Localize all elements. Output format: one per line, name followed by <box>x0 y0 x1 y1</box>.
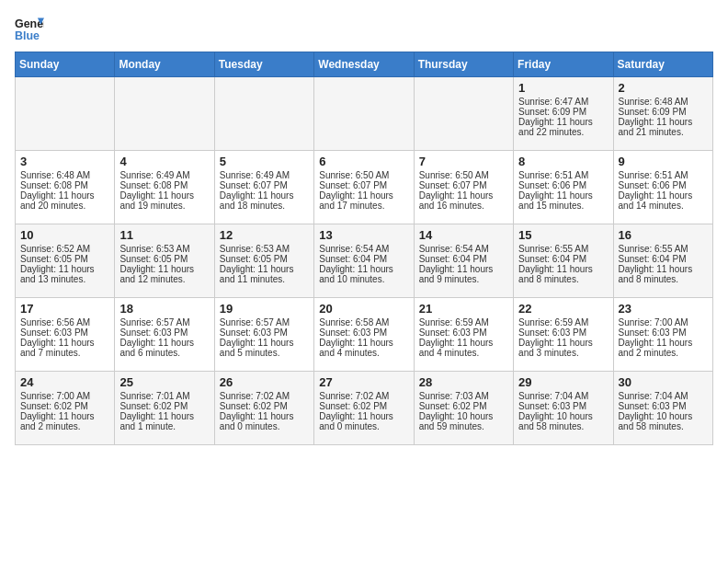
day-info: Sunset: 6:09 PM <box>518 107 608 117</box>
calendar-cell: 22Sunrise: 6:59 AMSunset: 6:03 PMDayligh… <box>514 298 613 372</box>
calendar-cell: 9Sunrise: 6:51 AMSunset: 6:06 PMDaylight… <box>613 151 712 224</box>
day-info: Sunrise: 7:04 AM <box>619 391 708 401</box>
calendar-cell: 30Sunrise: 7:04 AMSunset: 6:03 PMDayligh… <box>613 372 712 445</box>
day-number: 22 <box>518 302 608 316</box>
day-info: Sunset: 6:03 PM <box>619 327 708 338</box>
day-info: Sunrise: 6:47 AM <box>518 97 608 107</box>
day-info: Sunrise: 7:02 AM <box>319 391 408 401</box>
day-number: 3 <box>20 155 109 168</box>
day-info: Sunset: 6:02 PM <box>20 401 109 411</box>
day-info: Sunset: 6:06 PM <box>518 180 608 190</box>
calendar-cell: 10Sunrise: 6:52 AMSunset: 6:05 PMDayligh… <box>16 224 115 298</box>
day-info: Sunset: 6:04 PM <box>518 254 608 264</box>
day-info: Sunrise: 6:51 AM <box>619 170 708 180</box>
calendar-cell <box>314 77 414 151</box>
day-info: Sunrise: 6:48 AM <box>619 97 708 107</box>
day-info: Sunrise: 6:53 AM <box>119 244 209 254</box>
day-info: Sunrise: 6:49 AM <box>119 170 209 180</box>
day-info: Sunrise: 6:50 AM <box>419 170 508 180</box>
day-info: Sunrise: 6:52 AM <box>20 244 109 254</box>
calendar-cell: 7Sunrise: 6:50 AMSunset: 6:07 PMDaylight… <box>414 151 513 224</box>
day-info: Daylight: 11 hours and 2 minutes. <box>619 338 708 358</box>
day-info: Daylight: 11 hours and 11 minutes. <box>220 264 309 284</box>
day-info: Daylight: 11 hours and 3 minutes. <box>518 338 608 358</box>
calendar-cell: 8Sunrise: 6:51 AMSunset: 6:06 PMDaylight… <box>514 151 613 224</box>
calendar-cell: 23Sunrise: 7:00 AMSunset: 6:03 PMDayligh… <box>613 298 712 372</box>
day-info: Daylight: 11 hours and 17 minutes. <box>319 190 408 211</box>
calendar-cell: 25Sunrise: 7:01 AMSunset: 6:02 PMDayligh… <box>115 372 214 445</box>
day-info: Daylight: 11 hours and 0 minutes. <box>220 411 309 431</box>
calendar-cell <box>414 77 513 151</box>
day-info: Sunset: 6:06 PM <box>619 180 708 190</box>
day-info: Daylight: 11 hours and 10 minutes. <box>319 264 408 284</box>
day-info: Sunrise: 6:55 AM <box>518 244 608 254</box>
day-info: Sunrise: 6:48 AM <box>20 170 109 180</box>
day-info: Sunrise: 6:59 AM <box>419 317 508 327</box>
day-number: 9 <box>619 155 708 168</box>
col-header-friday: Friday <box>514 52 613 77</box>
day-number: 11 <box>119 228 209 242</box>
day-number: 16 <box>619 228 708 242</box>
day-info: Sunset: 6:04 PM <box>319 254 408 264</box>
day-info: Daylight: 11 hours and 6 minutes. <box>119 338 209 358</box>
day-info: Sunrise: 6:54 AM <box>419 244 508 254</box>
day-info: Sunset: 6:09 PM <box>619 107 708 117</box>
calendar-cell: 15Sunrise: 6:55 AMSunset: 6:04 PMDayligh… <box>514 224 613 298</box>
day-number: 20 <box>319 302 408 316</box>
calendar-cell <box>115 77 214 151</box>
day-info: Sunset: 6:02 PM <box>220 401 309 411</box>
day-info: Sunset: 6:07 PM <box>220 180 309 190</box>
day-info: Sunset: 6:08 PM <box>119 180 209 190</box>
day-info: Daylight: 11 hours and 8 minutes. <box>518 264 608 284</box>
day-info: Sunset: 6:07 PM <box>419 180 508 190</box>
day-number: 13 <box>319 228 408 242</box>
day-number: 19 <box>220 302 309 316</box>
col-header-sunday: Sunday <box>16 52 115 77</box>
day-info: Daylight: 11 hours and 22 minutes. <box>518 117 608 137</box>
day-info: Sunset: 6:02 PM <box>119 401 209 411</box>
day-number: 10 <box>20 228 109 242</box>
calendar-cell: 16Sunrise: 6:55 AMSunset: 6:04 PMDayligh… <box>613 224 712 298</box>
day-info: Daylight: 11 hours and 0 minutes. <box>319 411 408 431</box>
day-info: Sunrise: 7:02 AM <box>220 391 309 401</box>
day-number: 14 <box>419 228 508 242</box>
day-number: 18 <box>119 302 209 316</box>
day-info: Sunset: 6:03 PM <box>419 327 508 338</box>
day-info: Sunrise: 6:53 AM <box>220 244 309 254</box>
day-number: 2 <box>619 81 708 95</box>
day-info: Sunset: 6:03 PM <box>220 327 309 338</box>
day-info: Sunset: 6:03 PM <box>119 327 209 338</box>
day-number: 17 <box>20 302 109 316</box>
day-info: Sunset: 6:03 PM <box>619 401 708 411</box>
calendar-table: SundayMondayTuesdayWednesdayThursdayFrid… <box>15 52 713 445</box>
day-info: Sunrise: 7:01 AM <box>119 391 209 401</box>
day-info: Daylight: 11 hours and 8 minutes. <box>619 264 708 284</box>
day-info: Sunset: 6:04 PM <box>419 254 508 264</box>
day-info: Daylight: 11 hours and 2 minutes. <box>20 411 109 431</box>
day-info: Sunrise: 6:55 AM <box>619 244 708 254</box>
day-number: 24 <box>20 375 109 389</box>
day-info: Sunset: 6:04 PM <box>619 254 708 264</box>
day-info: Daylight: 10 hours and 58 minutes. <box>518 411 608 431</box>
day-number: 23 <box>619 302 708 316</box>
calendar-cell: 21Sunrise: 6:59 AMSunset: 6:03 PMDayligh… <box>414 298 513 372</box>
calendar-cell: 18Sunrise: 6:57 AMSunset: 6:03 PMDayligh… <box>115 298 214 372</box>
day-info: Daylight: 11 hours and 18 minutes. <box>220 190 309 211</box>
day-info: Sunrise: 6:51 AM <box>518 170 608 180</box>
day-number: 21 <box>419 302 508 316</box>
calendar-cell: 13Sunrise: 6:54 AMSunset: 6:04 PMDayligh… <box>314 224 414 298</box>
day-info: Sunrise: 6:50 AM <box>319 170 408 180</box>
day-info: Sunset: 6:05 PM <box>20 254 109 264</box>
day-number: 26 <box>220 375 309 389</box>
calendar-cell: 14Sunrise: 6:54 AMSunset: 6:04 PMDayligh… <box>414 224 513 298</box>
day-info: Daylight: 11 hours and 14 minutes. <box>619 190 708 211</box>
day-info: Sunrise: 6:56 AM <box>20 317 109 327</box>
day-info: Sunrise: 6:57 AM <box>220 317 309 327</box>
day-info: Daylight: 11 hours and 20 minutes. <box>20 190 109 211</box>
day-number: 8 <box>518 155 608 168</box>
logo: General Blue <box>15 15 44 44</box>
page-header: General Blue <box>15 15 713 44</box>
day-number: 12 <box>220 228 309 242</box>
day-info: Daylight: 11 hours and 5 minutes. <box>220 338 309 358</box>
day-info: Sunrise: 6:54 AM <box>319 244 408 254</box>
